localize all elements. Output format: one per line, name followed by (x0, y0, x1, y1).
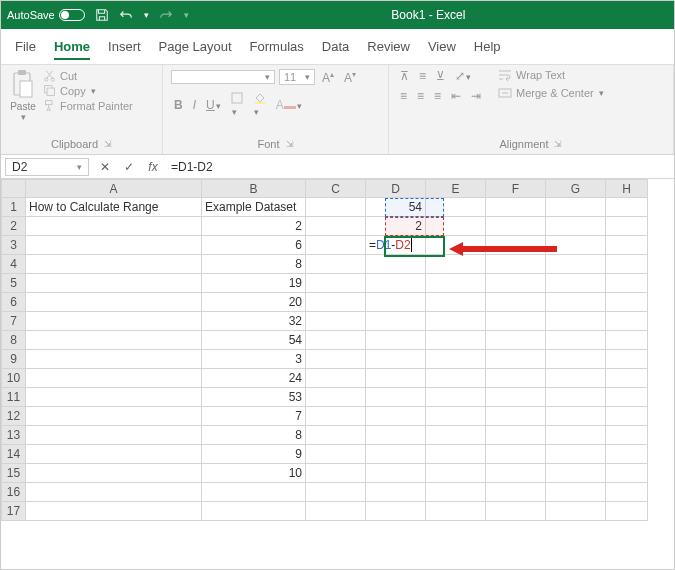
tab-review[interactable]: Review (367, 35, 410, 60)
cell[interactable] (366, 331, 426, 350)
col-header-a[interactable]: A (26, 180, 202, 198)
cell[interactable] (26, 255, 202, 274)
cell[interactable]: 8 (202, 255, 306, 274)
row-header[interactable]: 2 (2, 217, 26, 236)
col-header-c[interactable]: C (306, 180, 366, 198)
cell[interactable] (606, 407, 648, 426)
cell[interactable] (26, 217, 202, 236)
row-header[interactable]: 12 (2, 407, 26, 426)
cell[interactable]: 9 (202, 445, 306, 464)
col-header-f[interactable]: F (486, 180, 546, 198)
cell[interactable]: 54 (366, 198, 426, 217)
wrap-text-button[interactable]: Wrap Text (498, 69, 604, 81)
cell[interactable] (546, 407, 606, 426)
alignment-launcher-icon[interactable]: ⇲ (554, 139, 562, 149)
cell[interactable] (26, 236, 202, 255)
row-header[interactable]: 6 (2, 293, 26, 312)
cell[interactable] (486, 483, 546, 502)
cell[interactable] (26, 407, 202, 426)
cell[interactable] (546, 331, 606, 350)
active-cell[interactable]: =D1-D2 (366, 236, 426, 255)
cell[interactable] (546, 369, 606, 388)
cell[interactable] (366, 369, 426, 388)
tab-file[interactable]: File (15, 35, 36, 60)
align-bottom-icon[interactable]: ⊻ (433, 69, 448, 83)
redo-icon[interactable] (159, 9, 173, 21)
cell[interactable] (486, 426, 546, 445)
cell[interactable] (426, 274, 486, 293)
format-painter-button[interactable]: Format Painter (43, 99, 133, 112)
tab-insert[interactable]: Insert (108, 35, 141, 60)
align-center-icon[interactable]: ≡ (414, 89, 427, 103)
cell[interactable] (306, 312, 366, 331)
row-header[interactable]: 8 (2, 331, 26, 350)
cell[interactable] (306, 407, 366, 426)
cell[interactable] (426, 388, 486, 407)
insert-function-icon[interactable]: fx (141, 160, 165, 174)
cell[interactable] (306, 388, 366, 407)
cell[interactable] (26, 502, 202, 521)
cell[interactable]: 6 (202, 236, 306, 255)
cell[interactable] (546, 293, 606, 312)
cell[interactable] (366, 483, 426, 502)
formula-input[interactable]: =D1-D2 (165, 158, 674, 176)
row-header[interactable]: 11 (2, 388, 26, 407)
align-left-icon[interactable]: ≡ (397, 89, 410, 103)
col-header-b[interactable]: B (202, 180, 306, 198)
row-header[interactable]: 16 (2, 483, 26, 502)
orientation-icon[interactable]: ⤢▾ (452, 69, 474, 83)
cell[interactable] (426, 426, 486, 445)
cell[interactable] (546, 350, 606, 369)
cell[interactable] (426, 293, 486, 312)
cell[interactable] (26, 274, 202, 293)
row-header[interactable]: 7 (2, 312, 26, 331)
cell[interactable] (546, 502, 606, 521)
cell[interactable] (306, 217, 366, 236)
cell[interactable] (306, 445, 366, 464)
cell[interactable] (606, 293, 648, 312)
cell[interactable]: 8 (202, 426, 306, 445)
cell[interactable] (546, 426, 606, 445)
cell[interactable] (486, 445, 546, 464)
cell[interactable] (426, 483, 486, 502)
cell[interactable] (426, 312, 486, 331)
name-box[interactable]: D2 ▾ (5, 158, 89, 176)
cell[interactable] (486, 274, 546, 293)
fill-color-button[interactable]: ▾ (250, 91, 269, 118)
cell[interactable]: 3 (202, 350, 306, 369)
align-top-icon[interactable]: ⊼ (397, 69, 412, 83)
paste-button[interactable]: Paste ▾ (9, 69, 37, 122)
redo-dropdown-icon[interactable]: ▾ (184, 10, 189, 20)
cell[interactable] (306, 502, 366, 521)
cell[interactable] (546, 464, 606, 483)
cell[interactable] (426, 255, 486, 274)
cell[interactable] (306, 274, 366, 293)
cell[interactable] (26, 312, 202, 331)
italic-button[interactable]: I (190, 98, 199, 112)
cell[interactable] (426, 445, 486, 464)
cell[interactable] (306, 483, 366, 502)
cell[interactable] (306, 255, 366, 274)
cell[interactable] (606, 464, 648, 483)
cell[interactable] (306, 331, 366, 350)
cell[interactable] (426, 369, 486, 388)
cell[interactable]: How to Calculate Range (26, 198, 202, 217)
cell[interactable] (606, 483, 648, 502)
cell[interactable]: 32 (202, 312, 306, 331)
undo-icon[interactable] (119, 9, 133, 21)
decrease-font-icon[interactable]: A▾ (341, 70, 359, 85)
cell[interactable] (202, 502, 306, 521)
border-button[interactable]: ▾ (228, 92, 246, 118)
cell[interactable] (546, 483, 606, 502)
autosave-toggle[interactable]: AutoSave (7, 9, 85, 21)
cell[interactable] (546, 217, 606, 236)
cell[interactable] (486, 236, 546, 255)
cell[interactable] (606, 331, 648, 350)
cell[interactable] (486, 331, 546, 350)
cell[interactable] (306, 369, 366, 388)
row-header[interactable]: 15 (2, 464, 26, 483)
cell[interactable] (366, 312, 426, 331)
row-header[interactable]: 4 (2, 255, 26, 274)
cell[interactable]: 54 (202, 331, 306, 350)
cell[interactable] (546, 388, 606, 407)
